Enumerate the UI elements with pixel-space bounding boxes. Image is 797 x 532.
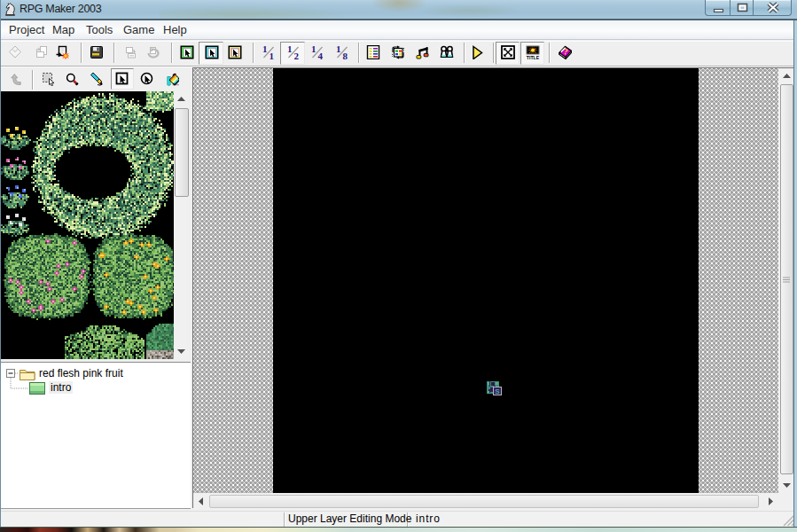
svg-text:TITLE: TITLE bbox=[527, 55, 540, 60]
svg-text:1: 1 bbox=[311, 45, 316, 54]
svg-text:4: 4 bbox=[318, 51, 324, 60]
svg-text:S: S bbox=[495, 387, 500, 395]
svg-text:8: 8 bbox=[343, 51, 348, 60]
svg-text:1: 1 bbox=[336, 45, 341, 54]
svg-text:1: 1 bbox=[270, 51, 275, 60]
svg-text:1: 1 bbox=[262, 45, 268, 54]
svg-text:1: 1 bbox=[287, 45, 293, 54]
svg-text:2: 2 bbox=[294, 51, 300, 60]
